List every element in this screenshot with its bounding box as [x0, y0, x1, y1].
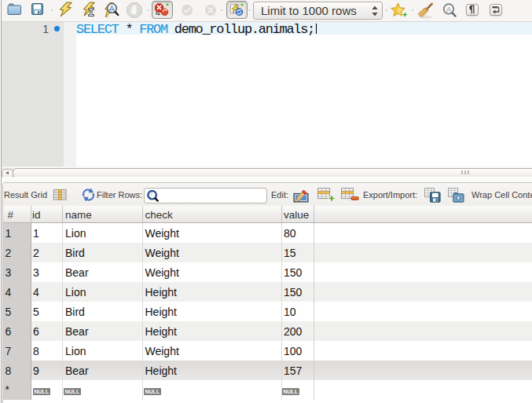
svg-text:A: A: [446, 5, 451, 13]
